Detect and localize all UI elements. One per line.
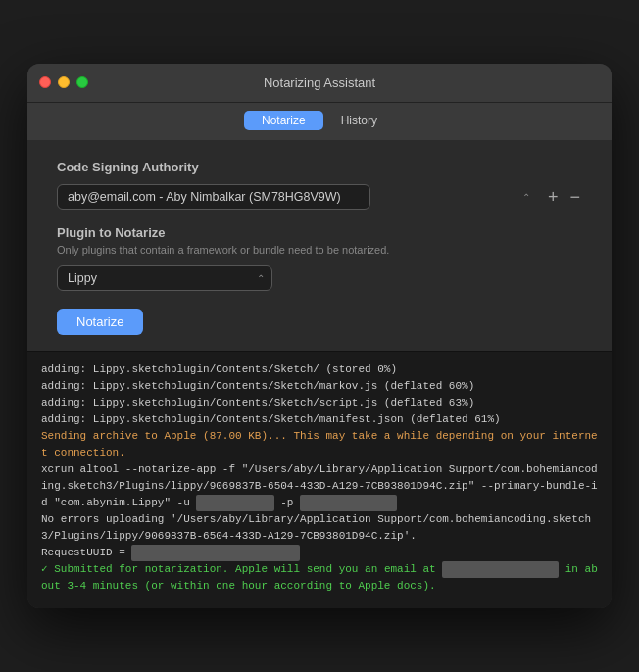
code-signing-dropdown-wrapper: aby@email.com - Aby Nimbalkar (SM78HG8V9… <box>57 184 538 210</box>
terminal-line-2: adding: Lippy.sketchplugin/Contents/Sket… <box>41 378 598 395</box>
plugin-section-label: Plugin to Notarize <box>57 225 582 240</box>
tab-notarize[interactable]: Notarize <box>244 111 323 130</box>
terminal-line-8: RequestUUID = <box>41 545 598 561</box>
close-button[interactable] <box>39 76 51 88</box>
dropdown-arrow-icon: ⌃ <box>522 191 530 202</box>
add-account-button[interactable]: + <box>546 188 561 206</box>
main-content: Code Signing Authority aby@email.com - A… <box>27 140 612 351</box>
minimize-button[interactable] <box>58 76 70 88</box>
redacted-email <box>442 561 559 578</box>
terminal-line-7: No errors uploading '/Users/aby/Library/… <box>41 511 598 545</box>
terminal-line-6: xcrun altool --notarize-app -f "/Users/a… <box>41 461 598 511</box>
tab-history[interactable]: History <box>323 111 395 130</box>
terminal-output: adding: Lippy.sketchplugin/Contents/Sket… <box>27 351 612 609</box>
plugin-dropdown-wrapper: Lippy ⌃ <box>57 265 272 291</box>
traffic-lights <box>39 76 88 88</box>
terminal-line-9: ✓ Submitted for notarization. Apple will… <box>41 561 598 595</box>
plugin-dropdown[interactable]: Lippy <box>57 265 272 291</box>
notarize-button[interactable]: Notarize <box>57 309 143 335</box>
app-window: Notarizing Assistant Notarize History Co… <box>27 64 612 609</box>
plugin-description: Only plugins that contain a framework or… <box>57 244 582 256</box>
tab-bar: Notarize History <box>27 103 612 140</box>
titlebar: Notarizing Assistant <box>27 64 612 103</box>
redacted-uuid <box>131 545 300 561</box>
window-title: Notarizing Assistant <box>264 75 375 90</box>
redacted-username <box>196 495 273 511</box>
code-signing-row: aby@email.com - Aby Nimbalkar (SM78HG8V9… <box>57 184 582 210</box>
maximize-button[interactable] <box>76 76 88 88</box>
code-signing-section: Code Signing Authority aby@email.com - A… <box>57 160 582 210</box>
plugin-section: Plugin to Notarize Only plugins that con… <box>57 225 582 291</box>
code-signing-label: Code Signing Authority <box>57 160 582 174</box>
remove-account-button[interactable]: − <box>567 188 582 206</box>
terminal-line-1: adding: Lippy.sketchplugin/Contents/Sket… <box>41 361 598 378</box>
terminal-line-3: adding: Lippy.sketchplugin/Contents/Sket… <box>41 395 598 411</box>
terminal-line-5: Sending archive to Apple (87.00 KB)... T… <box>41 428 598 461</box>
terminal-line-4: adding: Lippy.sketchplugin/Contents/Sket… <box>41 411 598 428</box>
code-signing-dropdown[interactable]: aby@email.com - Aby Nimbalkar (SM78HG8V9… <box>57 184 370 210</box>
redacted-password <box>300 495 397 511</box>
